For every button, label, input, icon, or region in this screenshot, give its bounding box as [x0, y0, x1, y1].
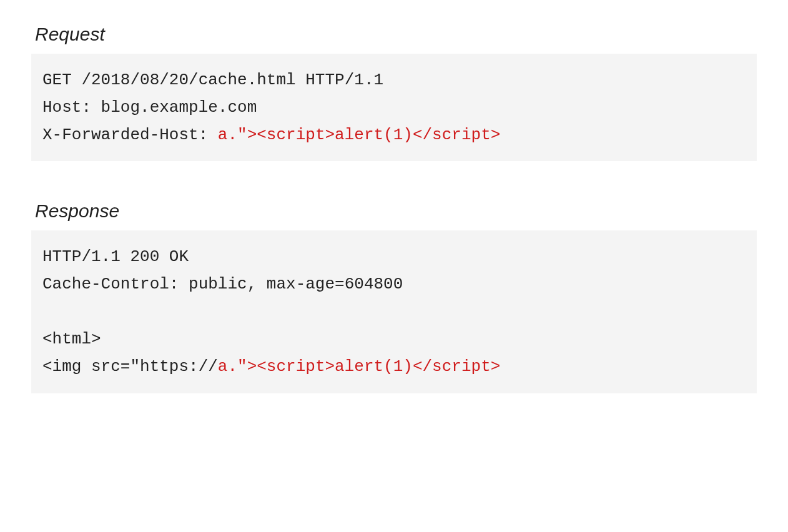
request-section: Request GET /2018/08/20/cache.html HTTP/…	[31, 19, 757, 161]
request-line-3-prefix: X-Forwarded-Host:	[42, 126, 218, 144]
request-title: Request	[31, 19, 757, 50]
response-code-block: HTTP/1.1 200 OK Cache-Control: public, m…	[31, 230, 757, 393]
response-line-4-prefix: <img src="https://	[42, 357, 218, 376]
section-gap	[31, 161, 757, 195]
request-line-3-payload: a."><script>alert(1)</script>	[218, 126, 500, 144]
response-title: Response	[31, 195, 757, 227]
response-line-3: <html>	[42, 330, 101, 348]
response-line-4-payload: a."><script>alert(1)</script>	[218, 357, 500, 376]
response-section: Response HTTP/1.1 200 OK Cache-Control: …	[31, 195, 757, 393]
response-line-1: HTTP/1.1 200 OK	[42, 247, 189, 266]
request-line-2: Host: blog.example.com	[42, 98, 257, 117]
response-line-2: Cache-Control: public, max-age=604800	[42, 275, 403, 293]
request-code-block: GET /2018/08/20/cache.html HTTP/1.1 Host…	[31, 54, 757, 162]
request-line-1: GET /2018/08/20/cache.html HTTP/1.1	[42, 71, 383, 89]
